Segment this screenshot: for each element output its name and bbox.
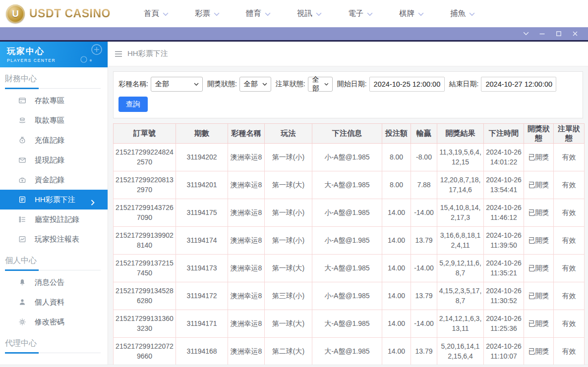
cell-win-loss: -14.00	[411, 199, 437, 227]
nav-item-lottery[interactable]: 彩票	[195, 8, 220, 19]
report-icon	[18, 235, 26, 243]
nav-item-board-games[interactable]: 棋牌	[399, 8, 424, 19]
nav-item-video[interactable]: 視訊	[297, 8, 322, 19]
cell-play: 第一球(小)	[265, 144, 312, 171]
table-row: 215217299137215745031194173澳洲幸运8第一球(大)大-…	[114, 255, 585, 282]
cell-play: 第一球(大)	[265, 310, 312, 338]
close-icon[interactable]	[567, 27, 583, 40]
cell-order-status: 有效	[554, 171, 585, 199]
sidebar-item-hall-bet-records[interactable]: 廳室投註記錄	[0, 210, 108, 229]
sidebar-item-withdraw-zone[interactable]: 取款專區	[0, 110, 108, 130]
breadcrumb: HH彩票下注	[108, 42, 588, 66]
logo[interactable]: U USDT CASINO	[0, 4, 130, 23]
chevron-down-icon	[469, 11, 475, 16]
lottery-name-select[interactable]: 全部	[151, 77, 203, 92]
sidebar-item-profile[interactable]: 個人資料	[0, 292, 108, 312]
bets-table: 訂單號期數彩種名稱玩法下注信息投注額輸贏開獎結果下注時間開獎狀態注單狀態 215…	[113, 123, 585, 366]
cell-order-status: 有效	[554, 199, 585, 227]
document-icon	[18, 196, 26, 204]
draw-status-select[interactable]: 全部	[239, 77, 271, 92]
cell-bet-info: 大-A盤@1.985	[312, 310, 382, 338]
sidebar-item-withdrawal-records[interactable]: 提現記錄	[0, 150, 108, 170]
cell-period: 31194174	[176, 227, 228, 255]
sidebar-item-recharge-records[interactable]: 充值記錄	[0, 130, 108, 150]
chevron-down-icon	[265, 11, 271, 16]
maximize-icon[interactable]	[550, 27, 567, 40]
column-header-order-status: 注單狀態	[554, 124, 585, 144]
column-header-play: 玩法	[265, 124, 312, 144]
sidebar-section-title: 財務中心	[0, 67, 108, 84]
nav-item-fishing[interactable]: 捕魚	[450, 8, 475, 19]
lottery-name-label: 彩種名稱:	[118, 80, 148, 89]
cell-period: 31194168	[176, 338, 228, 366]
horizontal-scrollbar[interactable]	[0, 365, 588, 367]
chevron-down-icon	[194, 83, 199, 86]
nav-item-electronic[interactable]: 電子	[348, 8, 373, 19]
cell-play: 第一球(小)	[265, 199, 312, 227]
sidebar-item-label: HH彩票下注	[35, 195, 75, 205]
cell-period: 31194201	[176, 171, 228, 199]
sidebar-section-title: 個人中心	[0, 249, 108, 266]
page-title: HH彩票下注	[127, 49, 168, 58]
cell-draw-status: 已開獎	[524, 282, 554, 310]
cell-bet-amount: 8.00	[382, 171, 411, 199]
sidebar-item-change-password[interactable]: 修改密碼	[0, 312, 108, 332]
nav-item-label: 首頁	[144, 8, 159, 19]
nav-item-home[interactable]: 首頁	[144, 8, 169, 19]
cell-bet-amount: 14.00	[382, 227, 411, 255]
cell-draw-result: 12,20,8,7,18,17,14,6	[437, 171, 484, 199]
cell-order-no: 2152172991437267090	[114, 199, 176, 227]
cell-bet-amount: 8.00	[382, 144, 411, 171]
sidebar-item-announcements[interactable]: 消息公告	[0, 272, 108, 292]
start-date-label: 開始日期:	[337, 80, 367, 89]
cell-bet-info: 小-A盤@1.985	[312, 282, 382, 310]
sidebar-item-label: 取款專區	[35, 116, 64, 125]
cell-lottery-name: 澳洲幸运8	[228, 171, 265, 199]
cell-bet-time: 2024-10-26 11:35:21	[484, 255, 524, 282]
nav-item-label: 視訊	[297, 8, 312, 19]
table-row: 215217299131360323031194171澳洲幸运8第一球(大)大-…	[114, 310, 585, 338]
collapse-chevron-icon[interactable]	[518, 27, 534, 40]
search-button[interactable]: 查詢	[118, 97, 148, 112]
cell-win-loss: 13.79	[411, 282, 437, 310]
cell-order-status: 有效	[554, 144, 585, 171]
cell-play: 第二球(大)	[265, 338, 312, 366]
sidebar-item-label: 提現記錄	[35, 156, 64, 165]
menu-icon[interactable]	[115, 51, 122, 57]
cell-lottery-name: 澳洲幸运8	[228, 199, 265, 227]
column-header-period: 期數	[176, 124, 228, 144]
cell-period: 31194175	[176, 199, 228, 227]
cell-order-status: 有效	[554, 310, 585, 338]
sidebar-item-funds-records[interactable]: 資金記錄	[0, 170, 108, 190]
top-header: U USDT CASINO 首頁彩票體育視訊電子棋牌捕魚	[0, 0, 588, 27]
cell-bet-amount: 14.00	[382, 255, 411, 282]
cell-win-loss: -14.00	[411, 255, 437, 282]
minimize-icon[interactable]	[534, 27, 550, 40]
cell-order-status: 有效	[554, 255, 585, 282]
column-header-lottery-name: 彩種名稱	[228, 124, 265, 144]
cell-bet-time: 2024-10-26 11:10:07	[484, 338, 524, 366]
cell-draw-status: 已開獎	[524, 171, 554, 199]
sidebar-item-hh-lottery-bets[interactable]: HH彩票下注	[0, 190, 108, 210]
start-date-input[interactable]: 2024-10-25 12:00:00	[369, 77, 445, 92]
section-underline	[5, 266, 101, 270]
cell-bet-time: 2024-10-26 14:01:22	[484, 144, 524, 171]
cell-draw-result: 5,2,9,12,11,6,8,7	[437, 255, 484, 282]
body: 玩家中心 PLAYERS CENTER 財務中心存款專區取款專區充值記錄提現記錄…	[0, 42, 588, 367]
cell-order-no: 2152172991220729660	[114, 338, 176, 366]
cell-period: 31194172	[176, 282, 228, 310]
nav-item-sports[interactable]: 體育	[246, 8, 271, 19]
logo-coin-letter: U	[12, 8, 19, 19]
content-area: 彩種名稱: 全部 開獎狀態: 全部 注單狀態: 全部	[108, 66, 588, 367]
sidebar: 玩家中心 PLAYERS CENTER 財務中心存款專區取款專區充值記錄提現記錄…	[0, 42, 108, 367]
sidebar-item-deposit-zone[interactable]: 存款專區	[0, 91, 108, 110]
cell-order-status: 有效	[554, 282, 585, 310]
chevron-down-icon	[262, 83, 267, 86]
order-status-select[interactable]: 全部	[308, 77, 333, 92]
wallet-icon	[18, 156, 26, 164]
window-titlebar	[0, 27, 588, 40]
end-date-input[interactable]: 2024-10-27 12:00:00	[481, 77, 556, 92]
bell-icon	[18, 278, 26, 286]
column-header-bet-amount: 投注額	[382, 124, 411, 144]
sidebar-item-player-bet-report[interactable]: 玩家投注報表	[0, 229, 108, 249]
